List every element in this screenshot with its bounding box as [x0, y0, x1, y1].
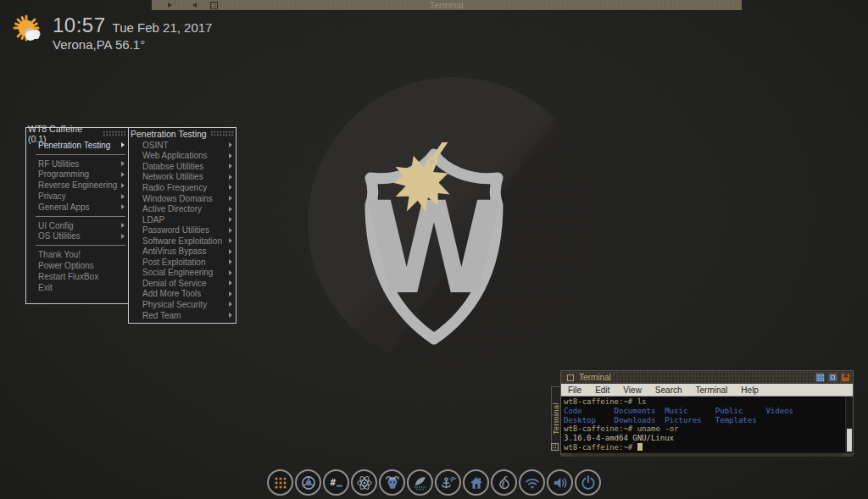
- shade-button[interactable]: [815, 373, 825, 382]
- close-button[interactable]: [841, 373, 850, 382]
- terminal-scrollbar[interactable]: [845, 396, 853, 452]
- resize-grip-left[interactable]: [561, 453, 571, 457]
- terminal-side-tab[interactable]: Terminal: [551, 386, 560, 451]
- menu-item-databse-utilities[interactable]: Databse Utilities: [129, 161, 236, 172]
- dock-tor-onion-icon[interactable]: [491, 469, 517, 496]
- svg-text:#: #: [330, 477, 336, 488]
- submenu-arrow-icon: [229, 249, 232, 254]
- submenu-arrow-icon: [121, 161, 125, 166]
- menu-item-penetration-testing[interactable]: Penetration Testing: [26, 140, 128, 151]
- menu-item-general-apps[interactable]: General Apps: [26, 202, 128, 213]
- menu-item-thank-you[interactable]: Thank You!: [26, 249, 128, 260]
- submenu-arrow-icon: [229, 164, 232, 169]
- menu-item-programming[interactable]: Programming: [26, 169, 128, 180]
- dock-atom-icon[interactable]: [351, 469, 377, 496]
- menu-title-texture: [210, 130, 234, 137]
- terminal-cursor: [637, 443, 643, 451]
- menu-separator: [36, 245, 125, 246]
- menu-item-os-utilities[interactable]: OS Utilities: [26, 231, 128, 242]
- resize-grip-right[interactable]: [843, 453, 853, 457]
- menu-item-web-applications[interactable]: Web Applications: [129, 151, 236, 162]
- dock-anchor-icon[interactable]: [435, 469, 461, 496]
- submenu-arrow-icon: [229, 207, 232, 212]
- desktop: Terminal 10:57 Tue Feb 21, 2017 Vero: [0, 0, 868, 499]
- menu-file[interactable]: File: [561, 385, 588, 395]
- submenu-arrow-icon: [229, 153, 232, 158]
- fluxbox-root-menu: WT8 Caffeine (0.1) Penetration Testing R…: [25, 127, 129, 304]
- terminal-window: Terminal Terminal File Edit View Search …: [560, 370, 854, 455]
- menu-item-post-exploitation[interactable]: Post Exploitation: [129, 257, 236, 268]
- window-resize-bar[interactable]: [561, 452, 853, 457]
- terminal-window-title: Terminal: [579, 373, 611, 382]
- submenu-arrow-icon: [229, 302, 232, 307]
- menu-item-windows-domains[interactable]: Windows Domains: [129, 193, 236, 204]
- submenu-arrow-icon: [229, 175, 232, 180]
- menu-item-privacy[interactable]: Privacy: [26, 191, 128, 202]
- submenu-arrow-icon: [121, 142, 125, 147]
- dock: #: [267, 469, 601, 496]
- menu-item-password-utilities[interactable]: Password Utilities: [129, 225, 236, 236]
- dock-app-grid-icon[interactable]: [267, 469, 293, 496]
- menu-item-add-more-tools[interactable]: Add More Tools: [129, 289, 236, 300]
- dock-wifi-icon[interactable]: [519, 469, 545, 496]
- menu-item-restart-fluxbox[interactable]: Restart FluxBox: [26, 271, 128, 282]
- menu-item-network-utilities[interactable]: Network Utilities: [129, 172, 236, 183]
- window-menu-icon[interactable]: [567, 374, 574, 381]
- menu-terminal[interactable]: Terminal: [689, 385, 735, 395]
- menu-item-power-options[interactable]: Power Options: [26, 260, 128, 271]
- menu-search[interactable]: Search: [648, 385, 689, 395]
- submenu-arrow-icon: [229, 142, 232, 147]
- dock-browser-icon[interactable]: [295, 469, 321, 496]
- menu-separator: [36, 216, 125, 217]
- terminal-content[interactable]: wt8-caffeine:~# ls Code Documents Music …: [561, 396, 853, 452]
- shield-logo: W: [326, 142, 543, 346]
- menu-item-social-engineering[interactable]: Social Engineering: [129, 268, 236, 279]
- submenu-arrow-icon: [121, 172, 125, 177]
- dock-power-icon[interactable]: [575, 469, 601, 496]
- menu-edit[interactable]: Edit: [588, 385, 616, 395]
- submenu-arrow-icon: [229, 217, 232, 222]
- menu-item-ui-config[interactable]: UI Config: [26, 220, 128, 231]
- scrollbar-thumb[interactable]: [847, 429, 852, 452]
- submenu-arrow-icon: [229, 313, 232, 318]
- submenu-arrow-icon: [229, 185, 232, 190]
- submenu-arrow-icon: [121, 234, 125, 239]
- submenu-arrow-icon: [229, 280, 232, 286]
- dock-wireshark-fin-icon[interactable]: [407, 469, 433, 496]
- menu-item-exit[interactable]: Exit: [26, 282, 128, 293]
- menu-item-physical-security[interactable]: Physical Security: [129, 299, 236, 310]
- menu-item-denial-of-service[interactable]: Denial of Service: [129, 278, 236, 289]
- menu-help[interactable]: Help: [734, 385, 765, 395]
- toolbar-window-title[interactable]: Terminal: [152, 1, 742, 10]
- dock-beef-bull-icon[interactable]: [379, 469, 405, 496]
- submenu-arrow-icon: [229, 228, 232, 233]
- menu-item-software-exploitation[interactable]: Software Exploitation: [129, 236, 236, 247]
- menu-item-reverse-engineering[interactable]: Reverse Engineering: [26, 180, 128, 191]
- submenu-arrow-icon: [229, 196, 232, 201]
- menu-item-ldap[interactable]: LDAP: [129, 214, 236, 225]
- submenu-arrow-icon: [121, 183, 125, 188]
- menu-item-rf-utilities[interactable]: RF Utilities: [26, 158, 128, 169]
- menu-item-osint[interactable]: OSINT: [129, 140, 236, 151]
- terminal-line: wt8-caffeine:~# ls: [564, 397, 853, 407]
- fluxbox-toolbar: Terminal: [152, 0, 742, 11]
- menu-item-active-directory[interactable]: Active Directory: [129, 203, 236, 214]
- terminal-line: Code Documents Music Public Videos: [564, 407, 853, 416]
- clock-time: 10:57: [53, 14, 106, 37]
- submenu-arrow-icon: [229, 238, 232, 243]
- terminal-titlebar[interactable]: Terminal: [561, 371, 853, 384]
- dock-volume-icon[interactable]: [547, 469, 573, 496]
- menu-item-red-team[interactable]: Red Team: [129, 310, 236, 321]
- submenu-arrow-icon: [229, 270, 232, 275]
- menu-view[interactable]: View: [616, 385, 648, 395]
- submenu-arrow-icon: [121, 194, 125, 199]
- dock-home-icon[interactable]: [463, 469, 489, 496]
- menu-item-antivirus-bypass[interactable]: AntiVirus Bypass: [129, 246, 236, 257]
- terminal-tab-icon[interactable]: [551, 443, 559, 451]
- terminal-line: wt8-caffeine:~# uname -or: [564, 424, 853, 434]
- menu-item-radio-frequency[interactable]: Radio Frequency: [129, 182, 236, 193]
- menu-title-texture: [103, 130, 126, 137]
- submenu-arrow-icon: [121, 223, 125, 228]
- maximize-button[interactable]: [828, 373, 837, 382]
- dock-terminal-icon[interactable]: #: [323, 469, 349, 496]
